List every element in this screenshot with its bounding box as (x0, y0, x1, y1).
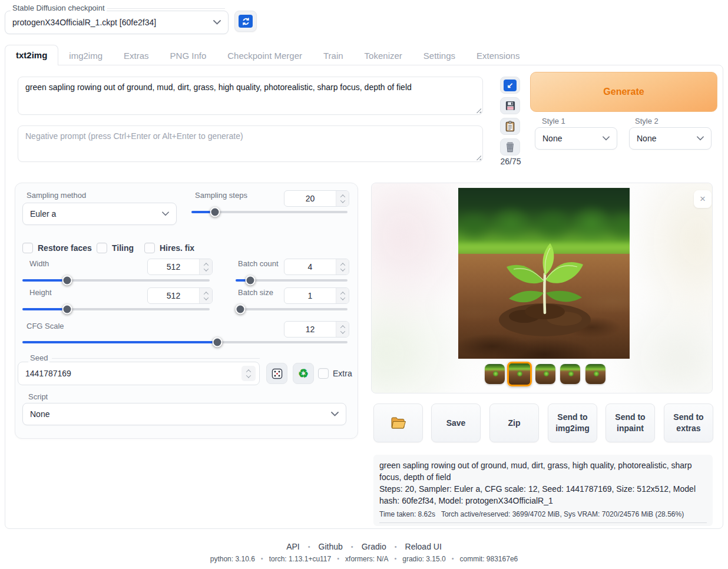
width-slider[interactable] (22, 279, 210, 282)
sampling-steps-input[interactable]: 20 (284, 190, 349, 207)
slider-handle[interactable] (210, 207, 220, 217)
generate-button[interactable]: Generate (530, 72, 717, 112)
tiling-checkbox[interactable] (97, 243, 107, 253)
seed-legend-line (52, 358, 260, 359)
restore-faces-label: Restore faces (38, 243, 92, 253)
time-taken: Time taken: 8.62s (379, 510, 435, 518)
footer-link-github[interactable]: Github (319, 542, 343, 551)
tab-checkpoint-merger[interactable]: Checkpoint Merger (217, 46, 313, 65)
batch-size-slider[interactable] (236, 308, 348, 310)
chevron-down-icon (697, 136, 704, 141)
script-dropdown[interactable]: None (22, 403, 346, 425)
sampling-method-label: Sampling method (27, 191, 86, 200)
checkpoint-dropdown-value: protogenX34OfficialR_1.ckpt [60fe2f34] (12, 18, 156, 27)
sampling-steps-slider[interactable] (191, 211, 348, 213)
spinner-icon[interactable] (199, 288, 212, 303)
hires-fix-checkbox[interactable] (144, 243, 155, 253)
spinner-icon[interactable] (241, 366, 256, 381)
chevron-down-icon (331, 412, 339, 416)
width-value: 512 (148, 259, 199, 274)
batch-size-input[interactable]: 1 (284, 287, 349, 304)
vram-stats: Torch active/reserved: 3699/4702 MiB, Sy… (441, 510, 684, 518)
width-input[interactable]: 512 (147, 259, 213, 275)
send-to-extras-button[interactable]: Send to extras (664, 403, 713, 442)
negative-prompt-input[interactable] (18, 125, 483, 162)
footer-link-reload-ui[interactable]: Reload UI (405, 542, 442, 551)
floppy-icon (505, 100, 516, 111)
tab-tokenizer[interactable]: Tokenizer (354, 46, 413, 65)
spinner-icon[interactable] (336, 288, 349, 303)
style2-dropdown[interactable]: None (629, 127, 712, 150)
send-to-inpaint-button[interactable]: Send to inpaint (605, 403, 655, 442)
cfg-scale-input[interactable]: 12 (284, 321, 349, 338)
save-style-button[interactable] (500, 97, 520, 114)
tab-extras[interactable]: Extras (113, 46, 160, 65)
refresh-checkpoint-button[interactable] (234, 11, 257, 32)
footer-link-gradio[interactable]: Gradio (362, 542, 386, 551)
width-label: Width (29, 259, 49, 268)
clear-prompt-button[interactable] (500, 138, 520, 156)
info-params-text: Steps: 20, Sampler: Euler a, CFG scale: … (379, 484, 707, 507)
slider-handle[interactable] (62, 305, 72, 315)
sampling-method-dropdown[interactable]: Euler a (22, 203, 177, 225)
style1-dropdown[interactable]: None (535, 127, 617, 150)
arrow-down-left-icon: ↙ (504, 80, 517, 91)
tab-img2img[interactable]: img2img (58, 46, 113, 65)
spinner-icon[interactable] (336, 259, 349, 274)
height-input[interactable]: 512 (147, 287, 213, 304)
reuse-seed-button[interactable]: ♻ (293, 363, 314, 384)
spinner-icon[interactable] (199, 259, 212, 274)
open-folder-button[interactable] (373, 403, 423, 442)
tab-extensions[interactable]: Extensions (466, 46, 530, 65)
random-seed-button[interactable] (266, 363, 287, 384)
thumbnail-5[interactable] (585, 364, 605, 384)
batch-count-label: Batch count (238, 259, 279, 268)
tiling-label: Tiling (112, 243, 134, 253)
thumbnail-3[interactable] (535, 364, 555, 384)
apply-style-button[interactable] (500, 118, 520, 135)
footer-link-api[interactable]: API (286, 542, 300, 551)
slider-handle[interactable] (235, 305, 245, 315)
cfg-scale-slider[interactable] (22, 341, 348, 343)
read-parameters-button[interactable]: ↙ (500, 77, 520, 94)
spinner-icon[interactable] (336, 191, 349, 206)
script-value: None (30, 409, 49, 419)
tab-settings[interactable]: Settings (413, 46, 466, 65)
footer-links: API • Github • Gradio • Reload UI (0, 542, 728, 551)
height-slider[interactable] (22, 308, 210, 310)
batch-count-value: 4 (284, 259, 336, 274)
send-to-img2img-button[interactable]: Send to img2img (548, 403, 597, 442)
restore-faces-checkbox[interactable] (22, 243, 33, 253)
slider-handle[interactable] (62, 276, 72, 286)
slider-handle[interactable] (245, 276, 255, 286)
slider-handle[interactable] (213, 338, 223, 348)
info-prompt-text: green sapling rowing out of ground, mud,… (379, 460, 707, 484)
thumbnail-2-selected[interactable] (507, 362, 532, 386)
tab-png-info[interactable]: PNG Info (160, 46, 217, 65)
clipboard-icon (505, 121, 515, 132)
close-icon: × (700, 193, 706, 205)
batch-count-input[interactable]: 4 (284, 259, 349, 275)
batch-size-label: Batch size (238, 288, 273, 297)
extra-seed-checkbox[interactable] (318, 368, 329, 379)
save-button[interactable]: Save (431, 403, 481, 442)
batch-count-slider[interactable] (236, 279, 348, 282)
checkpoint-legend-line (107, 8, 225, 9)
checkpoint-dropdown[interactable]: protogenX34OfficialR_1.ckpt [60fe2f34] (5, 11, 229, 34)
spinner-icon[interactable] (336, 322, 349, 337)
tab-txt2img[interactable]: txt2img (5, 45, 58, 65)
sampling-steps-label: Sampling steps (195, 191, 247, 200)
result-gallery: × (371, 183, 713, 393)
thumbnail-1[interactable] (485, 364, 505, 384)
sampling-method-value: Euler a (30, 209, 56, 219)
prompt-input[interactable]: green sapling rowing out of ground, mud,… (18, 77, 483, 115)
zip-button[interactable]: Zip (489, 403, 539, 442)
script-label: Script (28, 392, 48, 401)
generated-image[interactable] (458, 188, 630, 359)
token-counter: 26/75 (498, 157, 523, 166)
thumbnail-4[interactable] (560, 364, 580, 384)
python-version: python: 3.10.6 (210, 555, 255, 563)
close-gallery-button[interactable]: × (694, 190, 712, 208)
tab-train[interactable]: Train (313, 46, 354, 65)
seed-input[interactable]: 1441787169 (18, 362, 260, 385)
